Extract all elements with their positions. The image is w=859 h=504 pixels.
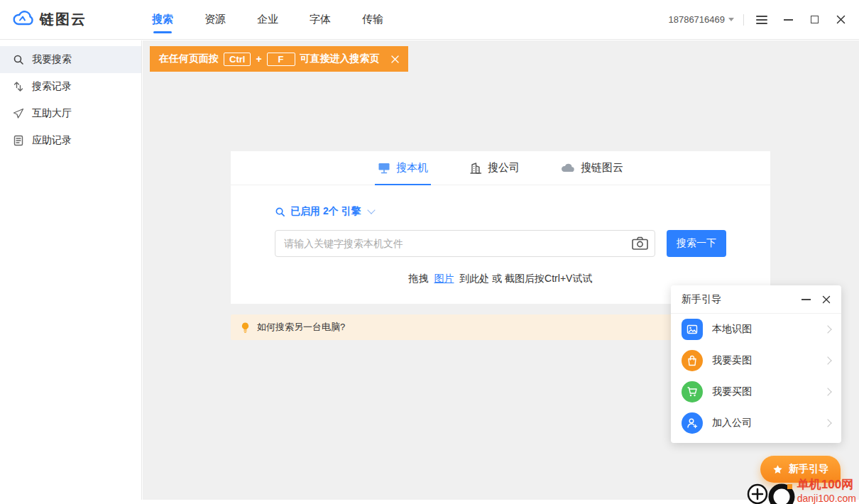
nav-tab-resources[interactable]: 资源 <box>204 7 226 32</box>
cart-icon <box>682 381 703 402</box>
tip-plus: + <box>256 53 261 65</box>
chevron-right-icon <box>824 356 831 364</box>
tab-search-cloud[interactable]: 搜链图云 <box>561 151 623 185</box>
search-box <box>275 230 655 257</box>
app-logo: 链图云 <box>0 10 142 30</box>
fab-label: 新手引导 <box>789 463 828 476</box>
image-link[interactable]: 图片 <box>434 273 454 284</box>
cloud-logo-icon <box>13 10 34 30</box>
sidebar-item-label: 搜索记录 <box>32 80 72 93</box>
paper-plane-icon <box>13 108 24 119</box>
lightbulb-icon <box>240 322 251 334</box>
header-right: 18786716469 <box>668 11 859 28</box>
search-icon <box>13 54 24 65</box>
guide-minimize-button[interactable] <box>801 299 811 300</box>
phone-number: 18786716469 <box>668 14 725 25</box>
add-user-icon <box>682 412 703 434</box>
close-icon <box>836 15 846 24</box>
sell-bag-icon <box>682 350 703 371</box>
guide-item-label: 我要卖图 <box>712 354 816 367</box>
close-button[interactable] <box>832 11 849 28</box>
search-button[interactable]: 搜索一下 <box>667 230 726 257</box>
image-recognition-icon <box>682 319 703 340</box>
document-icon <box>13 135 24 146</box>
search-input[interactable] <box>275 230 655 257</box>
tab-label: 搜链图云 <box>581 161 623 175</box>
nav-tab-search[interactable]: 搜索 <box>152 7 173 32</box>
chevron-right-icon <box>824 325 831 333</box>
monitor-icon <box>378 162 390 174</box>
search-row: 搜索一下 <box>275 230 726 257</box>
banner-close-button[interactable] <box>391 55 399 63</box>
building-icon <box>469 162 482 175</box>
minimize-button[interactable] <box>779 11 797 28</box>
guide-item-label: 加入公司 <box>712 417 816 429</box>
guide-panel-title: 新手引导 <box>682 293 790 306</box>
tab-search-company[interactable]: 搜公司 <box>469 151 520 185</box>
sidebar-item-label: 互助大厅 <box>32 107 72 120</box>
guide-item-local-image-search[interactable]: 本地识图 <box>671 314 841 345</box>
cloud-icon <box>561 163 575 173</box>
help-tip-text: 如何搜索另一台电脑? <box>257 321 345 334</box>
close-icon <box>391 55 399 63</box>
tab-label: 搜本机 <box>396 161 428 175</box>
sidebar-item-help-hall[interactable]: 互助大厅 <box>0 100 141 127</box>
guide-item-label: 本地识图 <box>712 323 816 336</box>
nav-tab-enterprise[interactable]: 企业 <box>257 7 278 32</box>
sidebar-item-label: 应助记录 <box>32 134 72 147</box>
maximize-icon <box>811 16 819 23</box>
keycap-ctrl: Ctrl <box>224 53 251 66</box>
minimize-icon <box>784 19 793 21</box>
sidebar-item-search-history[interactable]: 搜索记录 <box>0 73 141 100</box>
hotkey-tip-banner: 在任何页面按 Ctrl + F 可直接进入搜索页 <box>150 46 408 72</box>
app-window: 链图云 搜索 资源 企业 字体 传输 18786716469 <box>0 0 859 504</box>
guide-item-sell-images[interactable]: 我要卖图 <box>671 345 841 376</box>
tip-text-after: 可直接进入搜索页 <box>300 53 380 65</box>
app-title: 链图云 <box>40 10 87 29</box>
guide-item-label: 我要买图 <box>712 385 816 398</box>
maximize-button[interactable] <box>806 11 823 28</box>
hint-after: 到此处 或 截图后按Ctrl+V试试 <box>459 273 592 284</box>
chevron-right-icon <box>824 419 831 427</box>
search-tabs: 搜本机 搜公司 搜链图云 <box>231 151 770 185</box>
account-menu[interactable]: 18786716469 <box>668 14 734 25</box>
engine-label: 已启用 2个 引擎 <box>290 205 361 218</box>
menu-button[interactable] <box>753 11 770 28</box>
image-search-button[interactable] <box>632 236 648 253</box>
chevron-down-icon <box>367 206 375 214</box>
chevron-right-icon <box>824 388 831 395</box>
tip-text-before: 在任何页面按 <box>159 53 219 65</box>
divider <box>743 14 744 26</box>
guide-close-button[interactable] <box>822 295 831 304</box>
camera-icon <box>632 236 648 250</box>
guide-panel-header: 新手引导 <box>671 285 841 314</box>
sidebar-item-help-records[interactable]: 应助记录 <box>0 127 141 154</box>
engine-selector[interactable]: 已启用 2个 引擎 <box>275 205 374 218</box>
sidebar-item-label: 我要搜索 <box>32 53 72 66</box>
hamburger-icon <box>756 16 767 17</box>
tab-search-local[interactable]: 搜本机 <box>378 151 428 185</box>
close-icon <box>822 295 831 304</box>
guide-item-buy-images[interactable]: 我要买图 <box>671 376 841 407</box>
newbie-guide-fab[interactable]: 新手引导 <box>760 456 841 483</box>
keycap-f: F <box>267 53 295 66</box>
main-nav: 搜索 资源 企业 字体 传输 <box>152 7 383 32</box>
newbie-guide-panel: 新手引导 本地识图 我要卖图 我要买图 <box>671 285 841 443</box>
nav-tab-transfer[interactable]: 传输 <box>362 7 383 32</box>
star-icon <box>772 464 783 475</box>
sidebar: 我要搜索 搜索记录 互助大厅 应助记录 <box>0 40 142 500</box>
search-card: 搜本机 搜公司 搜链图云 已启用 2个 引擎 <box>231 151 770 304</box>
search-icon <box>275 207 285 217</box>
header: 链图云 搜索 资源 企业 字体 传输 18786716469 <box>0 0 859 40</box>
nav-tab-fonts[interactable]: 字体 <box>310 7 331 32</box>
tab-label: 搜公司 <box>488 161 520 175</box>
history-icon <box>13 81 24 92</box>
sidebar-item-search[interactable]: 我要搜索 <box>0 46 141 73</box>
minimize-icon <box>801 299 811 300</box>
hint-before: 拖拽 <box>409 273 429 284</box>
chevron-down-icon <box>728 18 734 21</box>
guide-item-join-company[interactable]: 加入公司 <box>671 407 841 439</box>
